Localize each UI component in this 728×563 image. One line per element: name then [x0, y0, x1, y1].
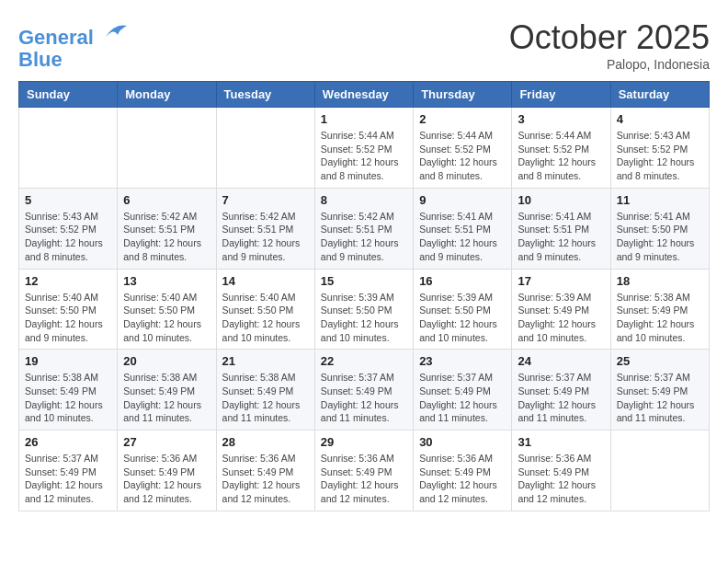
title-block: October 2025 Palopo, Indonesia — [509, 18, 710, 72]
day-number: 1 — [321, 112, 407, 126]
calendar-header-row: SundayMondayTuesdayWednesdayThursdayFrid… — [19, 82, 710, 108]
calendar-week-row: 19Sunrise: 5:38 AMSunset: 5:49 PMDayligh… — [19, 350, 710, 431]
day-info: Sunrise: 5:37 AMSunset: 5:49 PMDaylight:… — [419, 371, 506, 425]
day-number: 24 — [518, 354, 604, 368]
calendar-cell — [216, 108, 314, 189]
calendar-cell: 14Sunrise: 5:40 AMSunset: 5:50 PMDayligh… — [216, 269, 314, 350]
day-number: 29 — [321, 435, 407, 449]
day-info: Sunrise: 5:36 AMSunset: 5:49 PMDaylight:… — [419, 452, 506, 506]
day-number: 16 — [419, 274, 506, 288]
day-info: Sunrise: 5:36 AMSunset: 5:49 PMDaylight:… — [123, 452, 210, 506]
calendar-cell — [610, 431, 709, 511]
day-number: 12 — [25, 274, 111, 288]
calendar-cell: 10Sunrise: 5:41 AMSunset: 5:51 PMDayligh… — [512, 188, 610, 269]
day-info: Sunrise: 5:36 AMSunset: 5:49 PMDaylight:… — [518, 452, 604, 506]
day-number: 27 — [123, 435, 210, 449]
calendar-cell: 27Sunrise: 5:36 AMSunset: 5:49 PMDayligh… — [118, 431, 216, 511]
calendar-cell: 1Sunrise: 5:44 AMSunset: 5:52 PMDaylight… — [314, 108, 413, 189]
calendar-cell: 24Sunrise: 5:37 AMSunset: 5:49 PMDayligh… — [512, 350, 610, 431]
calendar-cell: 29Sunrise: 5:36 AMSunset: 5:49 PMDayligh… — [314, 431, 413, 511]
calendar-cell: 8Sunrise: 5:42 AMSunset: 5:51 PMDaylight… — [314, 188, 413, 269]
day-info: Sunrise: 5:36 AMSunset: 5:49 PMDaylight:… — [222, 452, 309, 506]
calendar-cell: 9Sunrise: 5:41 AMSunset: 5:51 PMDaylight… — [414, 188, 512, 269]
day-number: 31 — [518, 435, 604, 449]
col-header-friday: Friday — [512, 82, 610, 108]
calendar-cell: 6Sunrise: 5:42 AMSunset: 5:51 PMDaylight… — [118, 188, 216, 269]
location-subtitle: Palopo, Indonesia — [509, 57, 710, 72]
calendar-cell: 21Sunrise: 5:38 AMSunset: 5:49 PMDayligh… — [216, 350, 314, 431]
calendar-week-row: 12Sunrise: 5:40 AMSunset: 5:50 PMDayligh… — [19, 269, 710, 350]
day-number: 21 — [222, 354, 309, 368]
col-header-thursday: Thursday — [414, 82, 512, 108]
day-info: Sunrise: 5:38 AMSunset: 5:49 PMDaylight:… — [25, 371, 111, 425]
day-info: Sunrise: 5:42 AMSunset: 5:51 PMDaylight:… — [123, 210, 210, 264]
day-number: 2 — [419, 112, 506, 126]
day-info: Sunrise: 5:36 AMSunset: 5:49 PMDaylight:… — [321, 452, 407, 506]
day-number: 25 — [617, 354, 703, 368]
calendar-cell: 3Sunrise: 5:44 AMSunset: 5:52 PMDaylight… — [512, 108, 610, 189]
day-number: 6 — [123, 193, 210, 207]
day-number: 23 — [419, 354, 506, 368]
calendar-cell: 26Sunrise: 5:37 AMSunset: 5:49 PMDayligh… — [19, 431, 118, 511]
calendar-cell: 25Sunrise: 5:37 AMSunset: 5:49 PMDayligh… — [610, 350, 709, 431]
month-title: October 2025 — [509, 18, 710, 57]
calendar-cell: 31Sunrise: 5:36 AMSunset: 5:49 PMDayligh… — [512, 431, 610, 511]
day-info: Sunrise: 5:41 AMSunset: 5:51 PMDaylight:… — [419, 210, 506, 264]
day-number: 14 — [222, 274, 309, 288]
calendar-cell: 22Sunrise: 5:37 AMSunset: 5:49 PMDayligh… — [314, 350, 413, 431]
day-info: Sunrise: 5:40 AMSunset: 5:50 PMDaylight:… — [25, 291, 111, 345]
calendar-cell: 15Sunrise: 5:39 AMSunset: 5:50 PMDayligh… — [314, 269, 413, 350]
day-number: 10 — [518, 193, 604, 207]
calendar-cell: 12Sunrise: 5:40 AMSunset: 5:50 PMDayligh… — [19, 269, 118, 350]
page-header: General Blue October 2025 Palopo, Indone… — [18, 18, 710, 72]
calendar-cell: 23Sunrise: 5:37 AMSunset: 5:49 PMDayligh… — [414, 350, 512, 431]
day-number: 17 — [518, 274, 604, 288]
day-number: 20 — [123, 354, 210, 368]
day-info: Sunrise: 5:40 AMSunset: 5:50 PMDaylight:… — [222, 291, 309, 345]
day-info: Sunrise: 5:40 AMSunset: 5:50 PMDaylight:… — [123, 291, 210, 345]
col-header-monday: Monday — [118, 82, 216, 108]
day-number: 18 — [617, 274, 703, 288]
day-info: Sunrise: 5:38 AMSunset: 5:49 PMDaylight:… — [222, 371, 309, 425]
day-info: Sunrise: 5:41 AMSunset: 5:51 PMDaylight:… — [518, 210, 604, 264]
calendar-week-row: 1Sunrise: 5:44 AMSunset: 5:52 PMDaylight… — [19, 108, 710, 189]
logo-general: General — [18, 26, 94, 49]
calendar-cell: 28Sunrise: 5:36 AMSunset: 5:49 PMDayligh… — [216, 431, 314, 511]
calendar-cell: 4Sunrise: 5:43 AMSunset: 5:52 PMDaylight… — [610, 108, 709, 189]
calendar-cell: 16Sunrise: 5:39 AMSunset: 5:50 PMDayligh… — [414, 269, 512, 350]
day-info: Sunrise: 5:42 AMSunset: 5:51 PMDaylight:… — [321, 210, 407, 264]
day-info: Sunrise: 5:43 AMSunset: 5:52 PMDaylight:… — [617, 129, 703, 183]
calendar-cell: 5Sunrise: 5:43 AMSunset: 5:52 PMDaylight… — [19, 188, 118, 269]
day-number: 30 — [419, 435, 506, 449]
calendar-cell: 19Sunrise: 5:38 AMSunset: 5:49 PMDayligh… — [19, 350, 118, 431]
day-info: Sunrise: 5:44 AMSunset: 5:52 PMDaylight:… — [518, 129, 604, 183]
day-info: Sunrise: 5:41 AMSunset: 5:50 PMDaylight:… — [617, 210, 703, 264]
calendar-cell: 13Sunrise: 5:40 AMSunset: 5:50 PMDayligh… — [118, 269, 216, 350]
calendar-week-row: 26Sunrise: 5:37 AMSunset: 5:49 PMDayligh… — [19, 431, 710, 511]
calendar-table: SundayMondayTuesdayWednesdayThursdayFrid… — [18, 81, 710, 511]
day-number: 22 — [321, 354, 407, 368]
calendar-cell — [118, 108, 216, 189]
calendar-cell: 30Sunrise: 5:36 AMSunset: 5:49 PMDayligh… — [414, 431, 512, 511]
day-number: 11 — [617, 193, 703, 207]
calendar-cell: 17Sunrise: 5:39 AMSunset: 5:49 PMDayligh… — [512, 269, 610, 350]
col-header-tuesday: Tuesday — [216, 82, 314, 108]
day-number: 15 — [321, 274, 407, 288]
day-number: 13 — [123, 274, 210, 288]
logo: General Blue — [18, 18, 129, 71]
day-info: Sunrise: 5:42 AMSunset: 5:51 PMDaylight:… — [222, 210, 309, 264]
col-header-sunday: Sunday — [19, 82, 118, 108]
day-info: Sunrise: 5:43 AMSunset: 5:52 PMDaylight:… — [25, 210, 111, 264]
day-number: 28 — [222, 435, 309, 449]
logo-blue: Blue — [18, 48, 63, 71]
calendar-week-row: 5Sunrise: 5:43 AMSunset: 5:52 PMDaylight… — [19, 188, 710, 269]
day-info: Sunrise: 5:37 AMSunset: 5:49 PMDaylight:… — [25, 452, 111, 506]
day-info: Sunrise: 5:37 AMSunset: 5:49 PMDaylight:… — [321, 371, 407, 425]
calendar-cell: 20Sunrise: 5:38 AMSunset: 5:49 PMDayligh… — [118, 350, 216, 431]
day-number: 4 — [617, 112, 703, 126]
day-info: Sunrise: 5:39 AMSunset: 5:49 PMDaylight:… — [518, 291, 604, 345]
day-info: Sunrise: 5:44 AMSunset: 5:52 PMDaylight:… — [419, 129, 506, 183]
day-info: Sunrise: 5:38 AMSunset: 5:49 PMDaylight:… — [617, 291, 703, 345]
day-info: Sunrise: 5:39 AMSunset: 5:50 PMDaylight:… — [419, 291, 506, 345]
calendar-cell: 18Sunrise: 5:38 AMSunset: 5:49 PMDayligh… — [610, 269, 709, 350]
